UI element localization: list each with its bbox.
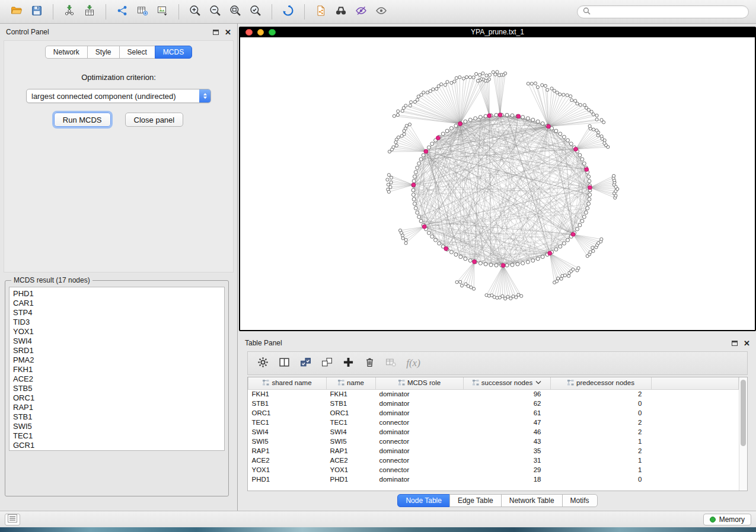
tab-network[interactable]: Network	[45, 46, 88, 59]
table-row[interactable]: FKH1FKH1dominator962	[248, 389, 739, 399]
mcds-result-item[interactable]: GCR1	[13, 441, 224, 450]
mcds-result-item[interactable]: ACE2	[13, 374, 224, 384]
hide-graphics-details-button[interactable]	[352, 2, 371, 21]
column-header-name[interactable]: name	[327, 377, 376, 389]
tab-mcds[interactable]: MCDS	[155, 46, 192, 59]
table-row[interactable]: TEC1TEC1connector472	[248, 418, 739, 427]
tab-style[interactable]: Style	[87, 46, 120, 59]
export-table-button[interactable]	[133, 2, 152, 21]
close-panel-icon[interactable]: ✕	[225, 28, 231, 36]
table-panel-title: Table Panel	[245, 339, 282, 347]
mcds-result-item[interactable]: YOX1	[13, 327, 224, 336]
table-header-row: shared namenameMCDS rolesuccessor nodesp…	[248, 377, 739, 389]
status-menu-button[interactable]	[5, 514, 20, 525]
deselect-all-button[interactable]	[318, 354, 336, 372]
zoom-out-button[interactable]	[206, 2, 225, 21]
column-header-successor-nodes[interactable]: successor nodes	[464, 377, 551, 389]
mcds-result-item[interactable]: SWI5	[13, 422, 224, 431]
mcds-result-title: MCDS result (17 nodes)	[11, 276, 92, 284]
mcds-result-item[interactable]: STP4	[13, 308, 224, 318]
mcds-result-item[interactable]: RAP1	[13, 403, 224, 412]
column-header-predecessor-nodes[interactable]: predecessor nodes	[551, 377, 652, 389]
close-window-button[interactable]	[245, 29, 253, 36]
optimization-criterion-select[interactable]: largest connected component (undirected)	[26, 89, 211, 103]
create-column-button[interactable]	[339, 354, 357, 372]
zoom-fit-button[interactable]	[226, 2, 245, 21]
network-window-titlebar[interactable]: YPA_prune.txt_1	[240, 27, 755, 37]
tab-select[interactable]: Select	[119, 46, 155, 59]
save-icon	[31, 5, 43, 18]
mcds-result-item[interactable]: PHD1	[13, 289, 224, 299]
network-window: YPA_prune.txt_1	[239, 27, 756, 331]
mcds-result-item[interactable]: TEC1	[13, 431, 224, 441]
column-header-MCDS-role[interactable]: MCDS role	[376, 377, 464, 389]
refresh-icon	[282, 4, 295, 19]
toolbar-separator	[53, 4, 53, 20]
network-window-title: YPA_prune.txt_1	[471, 28, 524, 36]
apply-layout-button[interactable]	[279, 2, 298, 21]
show-columns-button[interactable]	[275, 354, 293, 372]
delete-column-button[interactable]	[361, 354, 378, 372]
eye-icon	[375, 5, 388, 18]
table-row[interactable]: SWI5SWI5connector431	[248, 437, 739, 446]
column-header-shared-name[interactable]: shared name	[248, 377, 327, 389]
table-row[interactable]: SWI4SWI4dominator462	[248, 427, 739, 437]
select-all-icon	[300, 357, 311, 370]
minimize-window-button[interactable]	[257, 29, 264, 36]
zoom-fit-icon	[229, 4, 242, 19]
zoom-in-button[interactable]	[186, 2, 205, 21]
node-table: shared namenameMCDS rolesuccessor nodesp…	[248, 377, 739, 484]
toolbar-separator	[272, 4, 272, 20]
table-row[interactable]: PHD1PHD1dominator180	[248, 475, 739, 484]
mcds-result-item[interactable]: SWI4	[13, 336, 224, 346]
table-row[interactable]: STB1STB1dominator620	[248, 399, 739, 408]
search-box[interactable]	[577, 5, 749, 18]
table-row[interactable]: YOX1YOX1connector291	[248, 465, 739, 475]
table-row[interactable]: ORC1ORC1dominator610	[248, 408, 739, 418]
mcds-result-item[interactable]: SRD1	[13, 346, 224, 355]
open-session-button[interactable]	[7, 2, 26, 21]
table-row[interactable]: RAP1RAP1dominator352	[248, 446, 739, 456]
maximize-window-button[interactable]	[269, 29, 276, 36]
select-all-button[interactable]	[296, 354, 314, 372]
find-neighbors-button[interactable]	[331, 2, 350, 21]
table-row[interactable]: ACE2ACE2connector311	[248, 456, 739, 465]
mcds-result-item[interactable]: ORC1	[13, 393, 224, 403]
float-panel-icon[interactable]	[213, 30, 219, 35]
export-document-button[interactable]	[311, 2, 330, 21]
memory-button[interactable]: Memory	[703, 514, 751, 525]
desktop-wallpaper-strip	[0, 527, 756, 532]
table-mode-button[interactable]	[254, 354, 272, 372]
mcds-result-item[interactable]: STB1	[13, 412, 224, 422]
float-table-panel-icon[interactable]	[732, 341, 738, 346]
export-network-button[interactable]	[113, 2, 132, 21]
tab-node-table[interactable]: Node Table	[397, 494, 450, 507]
column-sort-icon	[263, 380, 269, 387]
close-table-panel-icon[interactable]: ✕	[744, 339, 750, 347]
show-graphics-details-button[interactable]	[372, 2, 391, 21]
close-mcds-panel-button[interactable]: Close panel	[125, 113, 184, 127]
mcds-result-item[interactable]: STB5	[13, 384, 224, 393]
scrollbar-thumb[interactable]	[741, 380, 746, 446]
zoom-selected-button[interactable]	[246, 2, 265, 21]
mcds-result-item[interactable]: CAR1	[13, 299, 224, 308]
save-session-button[interactable]	[27, 2, 46, 21]
import-network-button[interactable]	[60, 2, 79, 21]
mcds-result-list[interactable]: PHD1CAR1STP4TID3YOX1SWI4SRD1PMA2FKH1ACE2…	[9, 287, 225, 451]
network-graph[interactable]	[240, 37, 755, 330]
import-table-button[interactable]	[80, 2, 99, 21]
search-input[interactable]	[594, 8, 743, 16]
window-controls	[245, 29, 276, 36]
table-scrollbar[interactable]	[739, 377, 747, 491]
column-sort-icon	[473, 380, 479, 387]
tab-motifs[interactable]: Motifs	[562, 494, 598, 507]
mcds-result-item[interactable]: FKH1	[13, 365, 224, 374]
tab-network-table[interactable]: Network Table	[501, 494, 563, 507]
export-image-button[interactable]	[153, 2, 172, 21]
run-mcds-button[interactable]: Run MCDS	[54, 113, 111, 127]
tab-edge-table[interactable]: Edge Table	[449, 494, 502, 507]
mcds-result-item[interactable]: PMA2	[13, 355, 224, 365]
mcds-result-item[interactable]: TID3	[13, 318, 224, 327]
toolbar-separator	[106, 4, 106, 20]
network-canvas[interactable]	[240, 37, 755, 330]
